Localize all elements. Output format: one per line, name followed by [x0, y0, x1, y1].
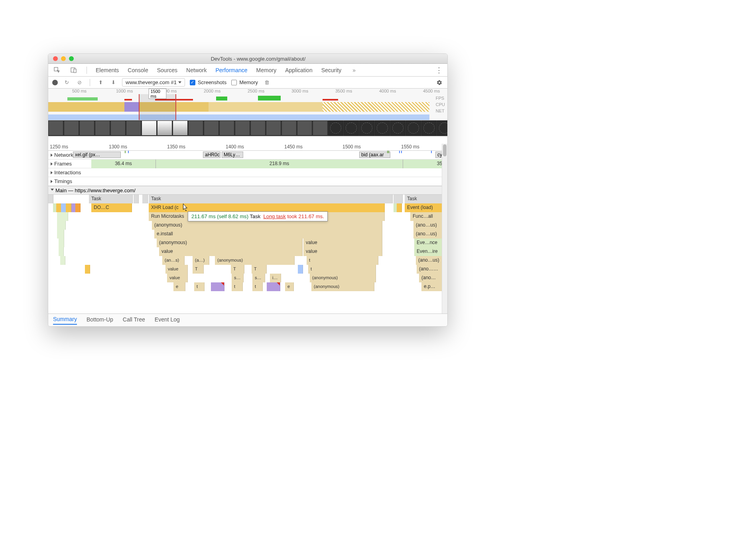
gear-icon[interactable]: [435, 79, 443, 87]
tab-performance[interactable]: Performance: [215, 67, 247, 73]
screenshot-thumb[interactable]: [406, 120, 421, 136]
flame-entry[interactable]: (ano…us): [413, 221, 443, 230]
flame-entry[interactable]: (anonymous): [157, 239, 303, 247]
flame-task[interactable]: [48, 195, 53, 203]
frame-item[interactable]: 357.4 ms: [403, 160, 447, 168]
kebab-icon[interactable]: ⋮: [435, 66, 443, 75]
screenshot-thumb[interactable]: [95, 120, 110, 136]
network-item[interactable]: aHR0c: [203, 152, 220, 158]
flame-entry[interactable]: [85, 265, 90, 274]
tab-call-tree[interactable]: Call Tree: [123, 316, 145, 324]
flame-entry[interactable]: Func…all: [410, 212, 443, 221]
timings-track[interactable]: Timings: [48, 177, 447, 186]
trash-icon[interactable]: 🗑: [263, 79, 271, 87]
screenshot-thumb[interactable]: [79, 120, 94, 136]
flame-entry[interactable]: value: [303, 239, 382, 247]
screenshot-thumb[interactable]: [235, 120, 250, 136]
flame-entry[interactable]: [57, 212, 68, 221]
flame-entry[interactable]: [59, 239, 64, 247]
screenshot-thumb[interactable]: [281, 120, 297, 136]
flame-entry[interactable]: [57, 221, 66, 230]
screenshot-thumb[interactable]: [219, 120, 234, 136]
flame-entry[interactable]: [397, 203, 402, 212]
reload-icon[interactable]: ↻: [63, 79, 71, 87]
frames-track[interactable]: Frames 36.4 ms 218.9 ms 357.4 ms: [48, 160, 447, 168]
flame-entry[interactable]: (an…s): [162, 256, 185, 265]
flame-chart[interactable]: Task Task Task DO…C XHR Load (c: [48, 195, 447, 298]
flame-entry[interactable]: e.p…ss: [421, 282, 443, 291]
flame-entry[interactable]: Eve…nce: [414, 239, 443, 247]
flame-entry[interactable]: [298, 265, 303, 274]
screenshot-thumb[interactable]: [313, 120, 328, 136]
flame-task[interactable]: Task: [149, 195, 393, 203]
screenshot-thumb[interactable]: [126, 120, 141, 136]
flame-entry[interactable]: (ano…us): [413, 230, 443, 239]
zoom-icon[interactable]: [69, 56, 74, 61]
screenshot-thumb[interactable]: [328, 120, 343, 136]
screenshot-thumb[interactable]: [266, 120, 281, 136]
flame-entry[interactable]: e.install: [154, 230, 382, 239]
tab-security[interactable]: Security: [321, 67, 342, 73]
tab-network[interactable]: Network: [186, 67, 207, 73]
overview-selection[interactable]: 1500 ms: [139, 94, 176, 120]
flame-entry[interactable]: value: [303, 247, 382, 256]
upload-icon[interactable]: ⬆: [96, 79, 104, 87]
flame-entry[interactable]: [267, 282, 280, 291]
screenshot-thumb[interactable]: [110, 120, 126, 136]
screenshot-thumb[interactable]: [344, 120, 359, 136]
screenshot-thumb[interactable]: [173, 120, 188, 136]
screenshot-thumb[interactable]: [390, 120, 405, 136]
overflow-icon[interactable]: »: [350, 66, 358, 74]
screenshot-thumb[interactable]: [297, 120, 312, 136]
timeline-overview[interactable]: 500 ms 1000 ms 1500 ms 2000 ms 2500 ms 3…: [48, 89, 447, 120]
screenshot-thumb[interactable]: [359, 120, 374, 136]
screenshot-filmstrip[interactable]: [48, 120, 447, 136]
tab-bottom-up[interactable]: Bottom-Up: [87, 316, 113, 324]
flame-task[interactable]: [134, 195, 139, 203]
clear-icon[interactable]: ⊘: [75, 79, 83, 87]
network-item[interactable]: bid (aax.ar: [359, 152, 390, 158]
flame-entry[interactable]: (anonymous): [311, 282, 374, 291]
screenshot-thumb[interactable]: [250, 120, 266, 136]
minimize-icon[interactable]: [61, 56, 66, 61]
download-icon[interactable]: ⬇: [109, 79, 117, 87]
flame-entry[interactable]: value: [167, 274, 188, 282]
inspect-icon[interactable]: [53, 66, 61, 74]
flame-entry[interactable]: (ano…us): [417, 265, 443, 274]
flame-entry[interactable]: i…: [270, 274, 281, 282]
flame-entry[interactable]: e: [173, 282, 185, 291]
flame-entry[interactable]: [60, 256, 65, 265]
flame-task[interactable]: Task: [89, 195, 133, 203]
screenshot-thumb[interactable]: [48, 120, 63, 136]
collapse-icon[interactable]: [51, 189, 54, 192]
flame-entry[interactable]: Even…ire: [414, 247, 443, 256]
flame-entry[interactable]: s…: [252, 274, 265, 282]
screenshot-thumb[interactable]: [157, 120, 172, 136]
network-track[interactable]: Network xel.gif (px… aHR0c M6Ly… bid (aa…: [48, 151, 447, 160]
flame-task[interactable]: [142, 195, 148, 203]
flame-entry[interactable]: t: [308, 265, 376, 274]
scrollbar[interactable]: [442, 144, 447, 314]
flame-entry[interactable]: (a…): [193, 256, 209, 265]
tab-sources[interactable]: Sources: [157, 67, 177, 73]
flame-entry[interactable]: T: [252, 265, 267, 274]
flame-entry[interactable]: t: [194, 282, 205, 291]
device-mode-icon[interactable]: [70, 66, 78, 74]
screenshot-thumb[interactable]: [204, 120, 219, 136]
frame-item[interactable]: 218.9 ms: [156, 160, 403, 168]
interactions-track[interactable]: Interactions: [48, 168, 447, 177]
flame-entry[interactable]: [66, 203, 71, 212]
flame-entry[interactable]: [211, 282, 224, 291]
flame-entry[interactable]: (anonymous): [310, 274, 376, 282]
flame-entry[interactable]: t: [232, 282, 243, 291]
flame-task[interactable]: [398, 195, 403, 203]
expand-icon[interactable]: [51, 180, 53, 183]
screenshot-thumb[interactable]: [188, 120, 203, 136]
frame-item[interactable]: 36.4 ms: [91, 160, 156, 168]
flame-entry[interactable]: e: [285, 282, 294, 291]
scrollbar-thumb[interactable]: [443, 144, 447, 156]
flame-entry[interactable]: t: [252, 282, 263, 291]
profile-selector[interactable]: www.theverge.com #1: [122, 78, 185, 87]
main-track-header[interactable]: Main — https://www.theverge.com/: [48, 186, 447, 195]
flame-entry[interactable]: t: [307, 256, 378, 265]
